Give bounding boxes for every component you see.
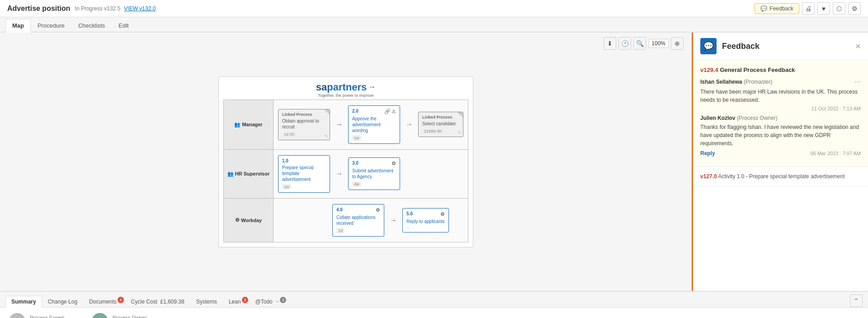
bottom-tab-cyclecost[interactable]: Cycle Cost £1,609.38 — [125, 296, 190, 307]
comment-author: Ishan Sellahewa (Promaster) — [700, 79, 772, 85]
feedback-close-button[interactable]: × — [855, 41, 861, 52]
bottom-tab-changelog[interactable]: Change Log — [42, 296, 83, 307]
bottom-tab-documents[interactable]: Documents 4 — [83, 296, 125, 307]
logo-subtitle: Together, the power to improve — [219, 93, 473, 98]
box-header: 2.0 🔗 ⚠ — [352, 109, 396, 114]
swim-lanes: 👥 Manager Linked Process Obtain approval… — [223, 100, 468, 242]
box-time: 1d 2h — [282, 132, 296, 137]
process-diagram: sa partners → Together, the power to imp… — [218, 76, 473, 247]
box-title: Reply to applicants — [406, 218, 445, 224]
box-time: 4w — [352, 181, 361, 187]
process-owner-avatar: JK — [92, 313, 108, 318]
process-owner-section: JK Process Owner: Julien Kozlov — [92, 313, 151, 318]
process-expert-label: Process Expert: — [30, 315, 74, 318]
feedback-body: v129.4 General Process Feedback Ishan Se… — [693, 60, 868, 291]
lane-workday: ⚙ Workday 4.0 ⚙ Co — [224, 199, 468, 242]
process-expert-info: Process Expert: Madalyn Ivanov — [30, 315, 74, 318]
canvas-toolbar: ⬇ 🕐 🔍 100% ⊕ — [604, 37, 684, 50]
feedback-entry-v129: v129.4 General Process Feedback Ishan Se… — [693, 60, 868, 167]
lane-hr-label: 👥 HR Supervisor — [224, 150, 274, 198]
box-header: Linked Process — [422, 115, 459, 119]
fit-view-button[interactable]: ⊕ — [671, 37, 684, 50]
settings-button[interactable]: ⚙ — [848, 2, 861, 15]
feedback-button[interactable]: 💬 Feedback — [755, 3, 799, 14]
linked-process-obtain[interactable]: Linked Process Obtain approval to recrui… — [278, 109, 330, 140]
comment-reply-row: Reply 06 Mar 2023 · 7:07 AM — [700, 150, 861, 157]
link-icon: 🔗 — [384, 109, 391, 114]
canvas-area: ⬇ 🕐 🔍 100% ⊕ sa partners → Together, the… — [0, 33, 692, 291]
logo-area: sa partners → Together, the power to imp… — [219, 77, 473, 100]
box-header: 1.0 — [282, 158, 326, 163]
zoom-out-button[interactable]: 🔍 — [633, 37, 646, 50]
feedback-version-label: General Process Feedback — [720, 66, 795, 73]
zoom-level: 100% — [648, 39, 669, 48]
process-box-3[interactable]: 3.0 ⚙ Submit advertisment to Agency 4w — [348, 157, 400, 190]
print-button[interactable]: 🖨 — [802, 2, 815, 15]
reply-button[interactable]: Reply — [700, 150, 715, 157]
process-box-4[interactable]: 4.0 ⚙ Collate applications received 1d — [332, 204, 384, 237]
arrow-right-icon: → — [335, 120, 343, 128]
process-expert-section: MI Process Expert: Madalyn Ivanov — [9, 313, 74, 318]
box-num: 3.0 — [352, 161, 359, 166]
feedback-entry-v127: v127.0 Activity 1.0 - Prepare special te… — [693, 167, 868, 186]
collapse-icon[interactable]: ⌃ — [850, 294, 863, 307]
share-button[interactable]: ⬡ — [833, 2, 845, 15]
logo-partners: partners — [327, 81, 367, 93]
arrow-right-icon: → — [335, 170, 343, 178]
feedback-v2-activity: Activity 1.0 - Prepare special template … — [718, 173, 844, 180]
process-box-5[interactable]: 5.0 ⚙ Reply to applicants — [402, 208, 449, 233]
gear-icon: ⚙ — [392, 161, 396, 166]
box-header: 4.0 ⚙ — [336, 207, 380, 213]
logo-arrow-icon: → — [368, 82, 376, 92]
lane-workday-label: ⚙ Workday — [224, 199, 274, 242]
tab-procedure[interactable]: Procedure — [31, 19, 71, 32]
favorite-button[interactable]: ♥ — [817, 2, 830, 15]
lane-manager-content: Linked Process Obtain approval to recrui… — [274, 100, 468, 149]
feedback-chat-icon: 💬 — [760, 5, 767, 12]
comment-menu-button[interactable]: ··· — [855, 78, 861, 86]
top-tabs: Map Procedure Checklists Edit — [0, 17, 868, 33]
logo-sa: sa — [316, 81, 327, 93]
box-title: Collate applications received — [336, 214, 380, 226]
lane-hr-content: 1.0 Prepare special template advertiseme… — [274, 150, 468, 198]
process-box-2[interactable]: 2.0 🔗 ⚠ Approve the advertisement wordin… — [348, 105, 400, 144]
clock-button[interactable]: 🕐 — [618, 37, 631, 50]
warning-icon: ⚠ — [392, 109, 396, 114]
view-version-link[interactable]: VIEW v132.0 — [124, 5, 156, 12]
comment-role: (Process Owner) — [737, 115, 778, 121]
gear-icon: ⚙ — [376, 207, 380, 213]
box-title: Obtain approval to recruit — [282, 118, 326, 130]
box-icons: ⚙ — [440, 211, 445, 217]
status-bar: MI Process Expert: Madalyn Ivanov JK Pro… — [0, 307, 868, 318]
collapse-button[interactable]: ⌃ — [850, 294, 863, 307]
tab-edit[interactable]: Edit — [112, 19, 135, 32]
box-time: 1d — [336, 228, 344, 233]
linked-process-select[interactable]: Linked Process Select candidate 2168w 6h… — [418, 112, 463, 137]
box-icons: 🔗 ⚠ — [384, 109, 396, 114]
todo-badge: 3 — [280, 297, 286, 303]
download-button[interactable]: ⬇ — [604, 37, 616, 50]
canvas-content: sa partners → Together, the power to imp… — [0, 33, 692, 291]
box-header: Linked Process — [282, 112, 326, 117]
bottom-tab-systems[interactable]: Systems — [190, 296, 223, 307]
comment-role: (Promaster) — [744, 79, 772, 85]
box-num: 2.0 — [352, 109, 359, 114]
bottom-tab-lean[interactable]: Lean 3 — [223, 296, 250, 307]
box-title: Approve the advertisement wording — [352, 116, 396, 133]
gear-icon: ⚙ — [440, 211, 445, 217]
feedback-version-num: v129.4 — [700, 66, 718, 73]
tab-checklists[interactable]: Checklists — [71, 19, 112, 32]
box-linked-label: Linked Process — [282, 112, 312, 117]
process-box-1[interactable]: 1.0 Prepare special template advertiseme… — [278, 155, 330, 193]
lane-manager: 👥 Manager Linked Process Obtain approval… — [224, 100, 468, 150]
box-num: 5.0 — [406, 211, 413, 216]
lane-manager-label: 👥 Manager — [224, 100, 274, 149]
gear-icon: ⚙ — [235, 217, 240, 223]
bottom-tab-todo[interactable]: @Todo 3 ™ — [250, 296, 288, 307]
box-linked-label: Linked Process — [422, 115, 453, 119]
bottom-tabs: Summary Change Log Documents 4 Cycle Cos… — [0, 291, 868, 307]
tab-map[interactable]: Map — [5, 19, 31, 33]
lean-badge: 3 — [242, 297, 248, 303]
app-header: Advertise position In Progress v132.5 VI… — [0, 0, 868, 17]
bottom-tab-summary[interactable]: Summary — [5, 296, 42, 308]
